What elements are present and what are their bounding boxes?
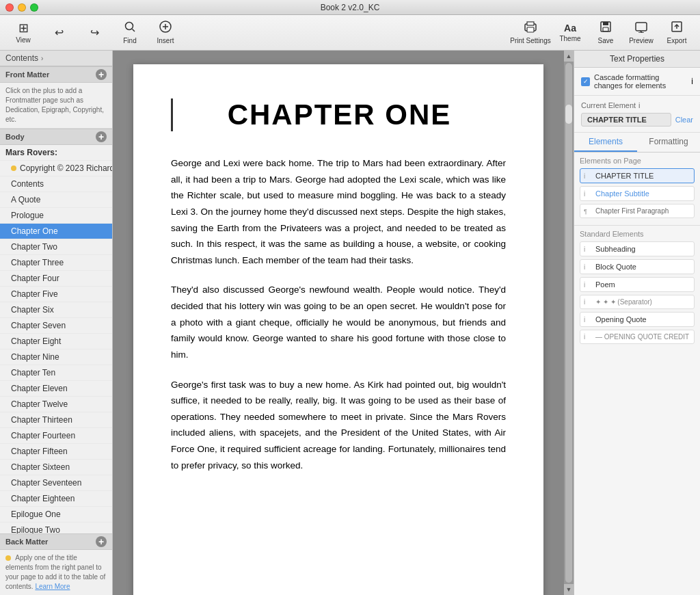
redo-button[interactable]: ↪ [78,18,111,48]
tab-elements[interactable]: Elements [574,133,637,152]
sidebar-item-chapter-fifteen[interactable]: Chapter Fifteen [0,444,112,460]
scroll-up-arrow[interactable]: ▲ [564,51,574,62]
std-element-subheading[interactable]: i Subheading [580,241,695,256]
clear-button[interactable]: Clear [675,116,693,124]
scroll-thumb[interactable] [565,105,572,124]
find-button[interactable]: Find [113,18,146,48]
svg-rect-11 [636,23,647,31]
sidebar-item-chapter-five[interactable]: Chapter Five [0,287,112,302]
theme-button[interactable]: Aa Theme [554,18,587,48]
view-icon: ⊞ [18,22,29,34]
dot-icon [11,166,16,171]
current-element-info-icon[interactable]: i [638,101,640,109]
sidebar-item-copyright[interactable]: Copyright © 2023 Richard ... [0,161,112,176]
svg-rect-9 [603,22,608,25]
front-matter-header[interactable]: Front Matter + [0,66,112,83]
contents-item-label: Contents [11,179,44,189]
std-element-opening-quote-credit[interactable]: i — OPENING QUOTE CREDIT [580,330,695,344]
sidebar-item-chapter-ten[interactable]: Chapter Ten [0,365,112,381]
current-element-section: Current Element i CHAPTER TITLE Clear [574,96,700,133]
subheading-icon: i [584,246,592,253]
scroll-down-arrow[interactable]: ▼ [564,584,574,595]
back-matter-header[interactable]: Back Matter + [0,534,112,550]
opening-quote-credit-label: — OPENING QUOTE CREDIT [595,333,689,341]
scroll-bar[interactable]: ▲ ▼ [564,51,574,595]
window-controls [5,3,38,12]
poem-label: Poem [595,280,615,289]
contents-label: Contents [5,53,38,63]
close-button[interactable] [5,3,14,12]
sidebar-item-chapter-eleven[interactable]: Chapter Eleven [0,381,112,397]
toolbar: ⊞ View ↩ ↪ Find Insert Print Settings Aa… [0,15,700,51]
paragraph-3[interactable]: George's first task was to buy a new hom… [171,377,506,474]
paragraph-2[interactable]: They'd also discussed George's newfound … [171,282,506,362]
sidebar-item-chapter-two[interactable]: Chapter Two [0,239,112,255]
document-scroll[interactable]: ▲ ▼ CHAPTER ONE George and Lexi were bac… [113,51,574,595]
back-matter-info: Apply one of the title elements from the… [0,550,112,595]
sidebar-item-chapter-fourteen[interactable]: Chapter Fourteen [0,428,112,444]
sidebar-item-prologue[interactable]: Prologue [0,208,112,224]
sidebar-item-chapter-sixteen[interactable]: Chapter Sixteen [0,460,112,475]
body-label: Body [5,133,25,141]
sidebar-item-chapter-four[interactable]: Chapter Four [0,271,112,287]
print-settings-label: Print Settings [510,37,550,44]
sidebar-item-chapter-twelve[interactable]: Chapter Twelve [0,397,112,412]
sidebar-item-chapter-thirteen[interactable]: Chapter Thirteen [0,412,112,428]
sidebar-item-chapter-nine[interactable]: Chapter Nine [0,349,112,365]
sidebar-item-contents[interactable]: Contents [0,176,112,192]
undo-button[interactable]: ↩ [42,18,75,48]
element-item-chapter-title[interactable]: i CHAPTER TITLE [580,168,695,183]
insert-button[interactable]: Insert [149,18,182,48]
learn-more-link[interactable]: Learn More [35,583,70,590]
sidebar-header[interactable]: Contents › [0,51,112,66]
element-item-chapter-first-para[interactable]: ¶ Chapter First Paragraph [580,204,695,218]
tab-formatting[interactable]: Formatting [637,133,700,152]
print-settings-button[interactable]: Print Settings [510,18,551,48]
view-label: View [16,36,31,44]
preview-button[interactable]: Preview [625,18,658,48]
sidebar-list: Mars Rovers: Copyright © 2023 Richard ..… [0,145,112,533]
chapter-heading: CHAPTER ONE [171,98,506,131]
sidebar-item-epilogue-two[interactable]: Epilogue Two [0,523,112,533]
preview-icon [634,21,648,35]
svg-rect-10 [603,27,608,31]
cascade-row[interactable]: Cascade formatting changes for elements … [581,73,693,90]
cascade-info-icon[interactable]: i [691,77,693,86]
undo-icon: ↩ [55,27,64,38]
sidebar-item-chapter-eighteen[interactable]: Chapter Eighteen [0,491,112,507]
cascade-section: Cascade formatting changes for elements … [574,68,700,96]
sidebar-item-chapter-three[interactable]: Chapter Three [0,255,112,271]
paragraph-1[interactable]: George and Lexi were back home. The trip… [171,155,506,268]
save-button[interactable]: Save [589,18,622,48]
sidebar-item-chapter-one[interactable]: Chapter One [0,224,112,239]
std-element-block-quote[interactable]: i Block Quote [580,259,695,274]
book-title-item[interactable]: Mars Rovers: [0,145,112,161]
add-body-button[interactable]: + [96,131,107,142]
main-layout: Contents › Front Matter + Click on the p… [0,51,700,595]
sidebar-item-chapter-eight[interactable]: Chapter Eight [0,334,112,349]
minimize-button[interactable] [18,3,26,12]
element-item-chapter-subtitle[interactable]: i Chapter Subtitle [580,186,695,201]
insert-icon [159,21,172,35]
sidebar-item-chapter-seven[interactable]: Chapter Seven [0,318,112,334]
maximize-button[interactable] [30,3,38,12]
body-header[interactable]: Body + [0,129,112,145]
sidebar-item-a-quote[interactable]: A Quote [0,192,112,208]
sidebar-item-epilogue-one[interactable]: Epilogue One [0,507,112,523]
view-button[interactable]: ⊞ View [7,18,40,48]
preview-label: Preview [629,37,654,44]
cascade-checkbox[interactable] [581,77,590,86]
svg-rect-6 [527,27,534,32]
sidebar-item-chapter-six[interactable]: Chapter Six [0,302,112,318]
add-front-matter-button[interactable]: + [96,69,107,80]
standard-elements-section: Standard Elements i Subheading i Block Q… [574,226,700,351]
add-back-matter-button[interactable]: + [96,536,107,547]
std-element-separator[interactable]: i ✦ ✦ ✦ (Separator) [580,295,695,309]
std-element-opening-quote[interactable]: i Opening Quote [580,312,695,327]
chevron-icon: › [41,55,43,62]
separator-label: ✦ ✦ ✦ (Separator) [595,298,652,306]
std-element-poem[interactable]: i Poem [580,277,695,292]
sidebar-item-chapter-seventeen[interactable]: Chapter Seventeen [0,475,112,491]
toolbar-right: Print Settings Aa Theme Save Preview Exp… [510,18,693,48]
export-button[interactable]: Export [660,18,693,48]
